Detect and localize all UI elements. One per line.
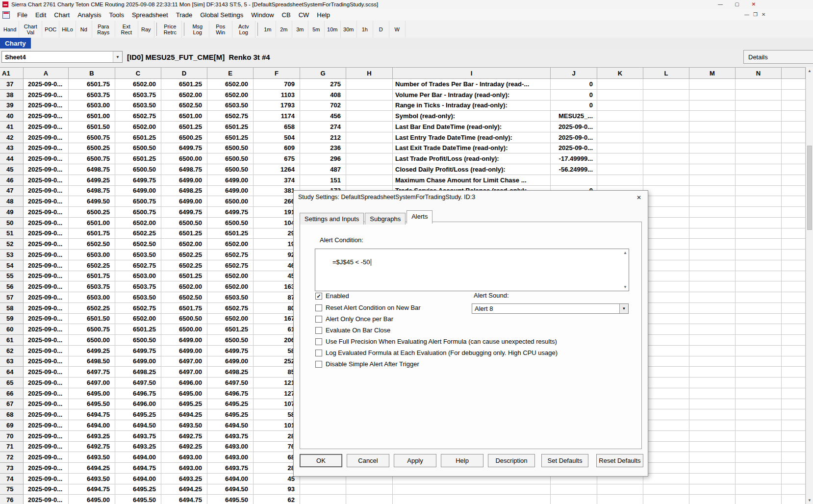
menu-item-trade[interactable]: Trade	[172, 9, 196, 21]
menu-item-edit[interactable]: Edit	[31, 9, 50, 21]
menu-item-file[interactable]: File	[13, 9, 31, 21]
cell-D59[interactable]: 6500.50	[161, 314, 207, 325]
cell-C46[interactable]: 6499.75	[115, 175, 161, 186]
cell-M46[interactable]	[689, 175, 736, 186]
cell-I38[interactable]: Volume Per Bar - Intraday (read-only):	[393, 90, 551, 101]
cell-B52[interactable]: 6502.50	[69, 239, 115, 250]
cell-L74[interactable]	[643, 474, 689, 484]
cell-H40[interactable]	[346, 111, 393, 122]
column-header-partial[interactable]	[782, 67, 806, 79]
column-header-m[interactable]: M	[689, 67, 736, 79]
cell-D68[interactable]: 6494.25	[161, 409, 207, 420]
cell-A56[interactable]: 2025-09-0...	[24, 281, 69, 292]
cell-B76[interactable]: 6495.00	[69, 495, 115, 504]
cell-E41[interactable]: 6501.25	[207, 122, 254, 132]
cell-x68[interactable]	[782, 409, 806, 420]
cell-E71[interactable]: 6493.00	[207, 442, 254, 453]
cell-L70[interactable]	[643, 431, 689, 442]
cell-B41[interactable]: 6501.50	[69, 122, 115, 132]
cell-D39[interactable]: 6502.50	[161, 101, 207, 111]
cell-A75[interactable]: 2025-09-0...	[24, 484, 69, 495]
cell-N48[interactable]	[736, 196, 782, 207]
cell-B53[interactable]: 6503.00	[69, 250, 115, 260]
vertical-scrollbar[interactable]: ▲ ▼	[806, 67, 813, 504]
cell-N72[interactable]	[736, 452, 782, 463]
row-header-42[interactable]: 42	[0, 132, 24, 143]
cell-D37[interactable]: 6501.25	[161, 79, 207, 90]
cell-x61[interactable]	[782, 335, 806, 346]
cell-E55[interactable]: 6502.00	[207, 271, 254, 282]
menu-item-cw[interactable]: CW	[295, 9, 313, 21]
cell-M54[interactable]	[689, 260, 736, 271]
cell-F43[interactable]: 609	[254, 143, 300, 154]
toolbar-button-ext-rect[interactable]: Ext Rect	[115, 21, 138, 38]
cell-G41[interactable]: 274	[300, 122, 346, 132]
cell-B40[interactable]: 6501.00	[69, 111, 115, 122]
mdi-minimize-icon[interactable]: —	[744, 12, 749, 17]
checkbox-alert-only-once-per-bar[interactable]: Alert Only Once per Bar	[315, 315, 393, 323]
cell-M75[interactable]	[689, 484, 736, 495]
cell-E64[interactable]: 6498.25	[207, 367, 254, 378]
cell-x52[interactable]	[782, 239, 806, 250]
cell-C53[interactable]: 6503.50	[115, 250, 161, 260]
toolbar-button-5m[interactable]: 5m	[308, 21, 325, 38]
cell-M47[interactable]	[689, 186, 736, 197]
cell-A59[interactable]: 2025-09-0...	[24, 314, 69, 325]
cell-L62[interactable]	[643, 346, 689, 356]
cell-E76[interactable]: 6495.50	[207, 495, 254, 504]
sheet-selector-dropdown[interactable]: Sheet4 ▼	[1, 51, 123, 63]
cell-A72[interactable]: 2025-09-0...	[24, 452, 69, 463]
cell-L40[interactable]	[643, 111, 689, 122]
cell-C43[interactable]: 6500.50	[115, 143, 161, 154]
cell-A67[interactable]: 2025-09-0...	[24, 399, 69, 410]
row-header-41[interactable]: 41	[0, 122, 24, 132]
cell-C63[interactable]: 6499.00	[115, 356, 161, 367]
cell-M53[interactable]	[689, 250, 736, 260]
checkbox-disable-simple-alert-after-trigger[interactable]: Disable Simple Alert After Trigger	[315, 360, 419, 368]
cell-J43[interactable]: 2025-09-0...	[551, 143, 597, 154]
cell-E44[interactable]: 6500.50	[207, 153, 254, 164]
cell-A43[interactable]: 2025-09-0...	[24, 143, 69, 154]
cell-D60[interactable]: 6500.00	[161, 324, 207, 335]
cell-M73[interactable]	[689, 463, 736, 474]
cell-M63[interactable]	[689, 356, 736, 367]
row-header-47[interactable]: 47	[0, 186, 24, 197]
row-header-57[interactable]: 57	[0, 292, 24, 303]
cell-N39[interactable]	[736, 101, 782, 111]
cell-C48[interactable]: 6500.75	[115, 196, 161, 207]
cell-N45[interactable]	[736, 164, 782, 175]
cell-B64[interactable]: 6497.75	[69, 367, 115, 378]
row-header-66[interactable]: 66	[0, 388, 24, 399]
cell-D63[interactable]: 6497.00	[161, 356, 207, 367]
cell-H38[interactable]	[346, 90, 393, 101]
cell-M71[interactable]	[689, 442, 736, 453]
cell-N53[interactable]	[736, 250, 782, 260]
cell-M52[interactable]	[689, 239, 736, 250]
row-header-72[interactable]: 72	[0, 452, 24, 463]
cell-J46[interactable]	[551, 175, 597, 186]
cell-F38[interactable]: 1103	[254, 90, 300, 101]
cell-B73[interactable]: 6494.25	[69, 463, 115, 474]
cell-E61[interactable]: 6500.50	[207, 335, 254, 346]
cell-N67[interactable]	[736, 399, 782, 410]
cell-H41[interactable]	[346, 122, 393, 132]
menu-item-window[interactable]: Window	[247, 9, 278, 21]
cell-D45[interactable]: 6498.75	[161, 164, 207, 175]
cell-B58[interactable]: 6502.25	[69, 303, 115, 314]
alert-condition-input[interactable]: =$J$45 < -50 ▲ ▼	[315, 249, 629, 291]
row-header-60[interactable]: 60	[0, 324, 24, 335]
cell-L64[interactable]	[643, 367, 689, 378]
cell-M62[interactable]	[689, 346, 736, 356]
dialog-button-reset-defaults[interactable]: Reset Defaults	[596, 454, 643, 467]
cell-E69[interactable]: 6494.50	[207, 420, 254, 431]
cell-E67[interactable]: 6495.25	[207, 399, 254, 410]
cell-B47[interactable]: 6498.75	[69, 186, 115, 197]
row-header-65[interactable]: 65	[0, 378, 24, 388]
row-header-76[interactable]: 76	[0, 495, 24, 504]
cell-A68[interactable]: 2025-09-0...	[24, 409, 69, 420]
column-header-b[interactable]: B	[69, 67, 115, 79]
cell-M67[interactable]	[689, 399, 736, 410]
cell-K39[interactable]	[597, 101, 643, 111]
row-header-37[interactable]: 37	[0, 79, 24, 90]
cell-C68[interactable]: 6495.25	[115, 409, 161, 420]
